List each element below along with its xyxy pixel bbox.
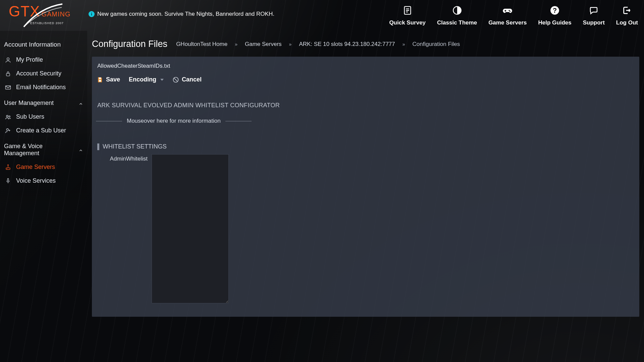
nav-label: Classic Theme: [437, 19, 477, 26]
mic-icon: [5, 178, 11, 184]
sidebar-item-game-servers[interactable]: Game Servers: [0, 160, 87, 174]
nav-classic-theme[interactable]: Classic Theme: [437, 5, 477, 26]
sidebar-item-email[interactable]: Email Notifications: [0, 80, 87, 94]
sidebar-item-sub-users[interactable]: Sub Users: [0, 110, 87, 124]
svg-rect-14: [7, 178, 8, 181]
sidebar-item-label: Game Servers: [16, 164, 55, 171]
sidebar-item-voice-services[interactable]: Voice Services: [0, 174, 87, 188]
sidebar-item-profile[interactable]: My Profile: [0, 53, 87, 67]
sidebar-item-create-sub-user[interactable]: Create a Sub User: [0, 124, 87, 137]
sidebar-group-label: Game & Voice Management: [4, 143, 78, 157]
form-row-admin-whitelist: AdminWhitelist: [97, 154, 639, 303]
section-bar-icon: [97, 143, 99, 150]
sidebar-heading-account: Account Information: [0, 41, 87, 53]
sidebar-item-security[interactable]: Account Security: [0, 67, 87, 80]
chevron-up-icon: [78, 101, 83, 106]
svg-rect-8: [6, 86, 11, 89]
save-button[interactable]: Save: [97, 76, 120, 83]
mail-icon: [5, 84, 11, 91]
svg-rect-7: [6, 73, 10, 76]
svg-point-9: [6, 115, 8, 117]
users-icon: [5, 114, 11, 120]
nav-game-servers[interactable]: Game Servers: [488, 5, 527, 26]
nav-label: Log Out: [616, 19, 638, 26]
svg-rect-12: [6, 168, 10, 169]
brand-logo[interactable]: GTXGAMING ESTABLISHED 2007: [9, 5, 72, 31]
main-content: Configuration Files GHoultonTest Home » …: [87, 31, 644, 362]
sidebar-item-label: Create a Sub User: [16, 127, 66, 134]
sidebar-group-game-management[interactable]: Game & Voice Management: [0, 137, 87, 160]
sidebar-group-label: User Management: [4, 100, 54, 107]
user-icon: [5, 57, 11, 63]
cancel-icon: [172, 76, 179, 83]
svg-rect-15: [99, 77, 101, 79]
svg-rect-16: [99, 80, 101, 82]
editor-panel: AllowedCheaterSteamIDs.txt Save Encoding: [92, 57, 639, 317]
news-text: New games coming soon. Survive The Night…: [97, 11, 274, 17]
sidebar-item-label: Account Security: [16, 70, 61, 77]
configurator-title: ARK SURVIVAL EVOLVED ADMIN WHITELIST CON…: [92, 88, 639, 113]
breadcrumb-separator-icon: »: [289, 42, 292, 47]
svg-point-11: [6, 128, 8, 130]
nav-label: Help Guides: [538, 19, 572, 26]
survey-icon: [402, 5, 413, 15]
chat-icon: [589, 5, 599, 15]
admin-whitelist-textarea[interactable]: [152, 154, 229, 303]
whitelist-section: WHITELIST SETTINGS AdminWhitelist: [97, 143, 639, 303]
page-title: Configuration Files: [92, 39, 167, 49]
cancel-label: Cancel: [182, 76, 202, 83]
crumb-game-servers[interactable]: Game Servers: [245, 41, 282, 48]
crumb-current: Configuration Files: [413, 41, 460, 48]
hint-row[interactable]: Mouseover here for more information: [92, 113, 639, 124]
svg-text:?: ?: [553, 7, 557, 14]
caret-down-icon: [160, 79, 164, 81]
svg-point-13: [8, 165, 9, 166]
help-icon: ?: [550, 5, 560, 15]
encoding-label: Encoding: [129, 76, 156, 83]
svg-point-2: [509, 10, 510, 11]
cancel-button[interactable]: Cancel: [172, 76, 202, 83]
gamepad-icon: [502, 5, 513, 15]
lock-icon: [5, 70, 11, 77]
breadcrumb-separator-icon: »: [402, 42, 405, 47]
divider-line: [96, 121, 122, 121]
server-icon: [5, 164, 11, 171]
sidebar-group-user-management[interactable]: User Management: [0, 94, 87, 110]
info-icon: i: [89, 11, 95, 17]
nav-support[interactable]: Support: [583, 5, 605, 26]
section-title: WHITELIST SETTINGS: [103, 143, 167, 150]
field-label: AdminWhitelist: [97, 154, 148, 162]
news-ticker: i New games coming soon. Survive The Nig…: [89, 11, 274, 17]
nav-label: Quick Survey: [389, 19, 426, 26]
nav-log-out[interactable]: Log Out: [616, 5, 638, 26]
nav-label: Support: [583, 19, 605, 26]
svg-point-6: [7, 58, 9, 60]
logo-established: ESTABLISHED 2007: [30, 21, 64, 25]
contrast-icon: [452, 5, 462, 15]
user-plus-icon: [5, 127, 11, 134]
save-icon: [97, 76, 103, 83]
editor-toolbar: Save Encoding Cancel: [92, 74, 639, 88]
breadcrumb-separator-icon: »: [235, 42, 237, 47]
sidebar-item-label: Voice Services: [16, 177, 56, 184]
save-label: Save: [106, 76, 120, 83]
divider-line: [225, 121, 252, 121]
nav-quick-survey[interactable]: Quick Survey: [389, 5, 426, 26]
editor-filename: AllowedCheaterSteamIDs.txt: [92, 57, 639, 74]
crumb-home[interactable]: GHoultonTest Home: [176, 41, 227, 48]
logout-icon: [622, 5, 632, 15]
crumb-server-instance[interactable]: ARK: SE 10 slots 94.23.180.242:7777: [299, 41, 395, 48]
nav-help-guides[interactable]: ? Help Guides: [538, 5, 572, 26]
logo-swoosh-icon: [22, 3, 72, 29]
encoding-dropdown[interactable]: Encoding: [129, 76, 164, 83]
svg-point-10: [9, 116, 10, 117]
hint-text: Mouseover here for more information: [127, 118, 221, 124]
sidebar-item-label: Email Notifications: [16, 84, 66, 91]
header-bar: GTXGAMING ESTABLISHED 2007 i New games c…: [0, 0, 644, 31]
sidebar: Account Information My Profile Account S…: [0, 31, 87, 362]
breadcrumb: Configuration Files GHoultonTest Home » …: [92, 39, 639, 49]
sidebar-item-label: My Profile: [16, 56, 43, 63]
svg-point-3: [509, 11, 511, 12]
nav-label: Game Servers: [488, 19, 527, 26]
sidebar-item-label: Sub Users: [16, 113, 44, 120]
